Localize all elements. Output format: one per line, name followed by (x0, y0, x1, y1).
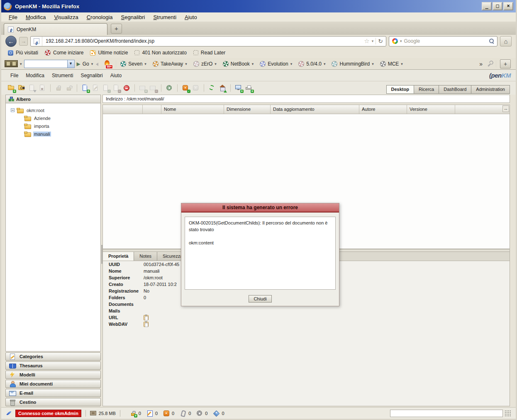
url-bar[interactable]: 192.168.247.16:8080/OpenKM/frontend/inde… (30, 36, 386, 46)
tree-node-manuali[interactable]: manuali (6, 130, 100, 138)
reload-icon[interactable]: ↻ (378, 38, 383, 44)
bookmark-most-visited[interactable]: Più visitati (5, 49, 41, 56)
maximize-button[interactable]: □ (493, 2, 502, 10)
menu-modifica[interactable]: Modifica (22, 13, 50, 21)
tab-desktop[interactable]: Desktop (386, 85, 414, 94)
search-input[interactable]: Google (404, 38, 487, 44)
stack-miei-documenti[interactable]: Miei documenti (5, 380, 101, 388)
okm-menu-segnalibri[interactable]: Segnalibri (80, 73, 102, 78)
go-home-button[interactable] (218, 84, 227, 92)
bookmark-latest-news[interactable]: Ultime notizie (87, 49, 131, 56)
resize-grip[interactable] (505, 410, 511, 416)
ext-item-mce[interactable]: MCE ▾ (378, 61, 405, 67)
browser-tab-openkm[interactable]: OpenKM (4, 23, 107, 35)
new-tab-button[interactable]: + (111, 24, 122, 34)
chevron-down-icon: ▾ (290, 62, 293, 66)
menu-aiuto[interactable]: Aiuto (180, 13, 201, 21)
home-button[interactable]: ⌂ (500, 36, 512, 46)
cancel-checkout-button[interactable] (122, 84, 131, 92)
extension-combobox[interactable]: ▼ (24, 60, 75, 68)
go-dropdown-icon[interactable]: ▾ (91, 62, 93, 66)
menu-visualizza[interactable]: Visualizza (50, 13, 82, 21)
search-engine-dropdown-icon[interactable]: ▾ (400, 39, 402, 43)
tab-administration[interactable]: Administration (471, 85, 510, 94)
ext-item-zero[interactable]: zErO ▾ (191, 61, 219, 67)
copy-webdav-icon[interactable] (144, 322, 149, 327)
flame-badge-button[interactable]: 99+ (104, 60, 111, 68)
overflow-chevron[interactable]: » (479, 61, 483, 67)
column-autore[interactable]: Autore (359, 105, 407, 114)
column-dimensione[interactable]: Dimensione (224, 105, 271, 114)
column-status[interactable] (103, 105, 143, 114)
column-icon[interactable] (143, 105, 161, 114)
okm-menu-modifica[interactable]: Modifica (26, 73, 44, 78)
ext-item-50-40[interactable]: 5.0/4.0 ▾ (296, 61, 327, 67)
wrench-icon[interactable] (486, 61, 492, 67)
mce-icon (380, 61, 386, 67)
search-box[interactable]: ▾ Google (389, 36, 497, 46)
ext-item-netbook[interactable]: NetBook ▾ (221, 61, 256, 67)
search-icon[interactable] (489, 39, 494, 44)
column-versione[interactable]: Versione (407, 105, 455, 114)
menu-file[interactable]: File (5, 13, 22, 21)
download-document-button (28, 84, 36, 92)
menu-segnalibri[interactable]: Segnalibri (117, 13, 149, 21)
stack-modelli[interactable]: Modelli (5, 371, 101, 379)
split-view-button[interactable] (234, 84, 243, 92)
site-favicon (31, 37, 42, 46)
url-text[interactable]: 192.168.247.16:8080/OpenKM/frontend/inde… (42, 38, 361, 44)
go-button[interactable]: Go (83, 61, 89, 67)
tree-node-aziende[interactable]: Aziende (6, 114, 100, 122)
add-document-button[interactable] (81, 84, 89, 92)
go-play-icon[interactable]: ▶ (77, 61, 80, 67)
stack-categories[interactable]: Categories (5, 352, 101, 361)
ext-item-hummingbird[interactable]: HummingBird ▾ (329, 61, 376, 67)
close-button[interactable]: × (503, 2, 513, 10)
okm-menu-strumenti[interactable]: Strumenti (52, 73, 73, 78)
find-folder-button[interactable] (17, 84, 26, 92)
column-resize-button[interactable]: ↔ (502, 105, 509, 112)
tab-dashboard[interactable]: DashBoard (439, 85, 471, 94)
menu-cronologia[interactable]: Cronologia (83, 13, 117, 21)
bookmark-star-icon[interactable]: ☆ (364, 37, 369, 45)
evolution-icon (260, 61, 266, 67)
add-subscription-button[interactable] (181, 84, 190, 92)
okm-menu-aiuto[interactable]: Aiuto (110, 73, 122, 78)
create-folder-button[interactable] (7, 84, 15, 92)
subscription-icon (163, 410, 169, 416)
copy-url-icon[interactable] (144, 315, 149, 320)
star-dropdown-icon[interactable]: ▾ (372, 39, 374, 43)
path-bar: Indirizzo : /okm:root/manuali/ (102, 95, 510, 103)
stack-thesaurus[interactable]: Thesaurus (5, 361, 101, 370)
back-button[interactable]: ← (5, 36, 17, 47)
column-data-aggiornamento[interactable]: Data aggiornamento (271, 105, 359, 114)
tree-node-root[interactable]: okm:root (6, 106, 100, 114)
column-nome[interactable]: Nome (161, 105, 224, 114)
add-toolbar-button[interactable]: + (500, 59, 511, 68)
okm-menu-file[interactable]: File (10, 73, 18, 78)
stack-email[interactable]: E-mail (5, 389, 101, 397)
collapse-icon[interactable] (11, 108, 15, 112)
tab-ricerca[interactable]: Ricerca (414, 85, 439, 94)
bookmark-getting-started[interactable]: Come iniziare (41, 49, 87, 56)
forward-button[interactable]: → (19, 37, 28, 46)
tab-proprieta[interactable]: Proprietà (103, 252, 134, 261)
ext-item-evolution[interactable]: Evolution ▾ (258, 61, 294, 67)
bookmark-read-later[interactable]: Read Later (190, 49, 229, 56)
minimize-button[interactable]: _ (482, 2, 492, 10)
start-workflow-button[interactable] (165, 84, 173, 92)
tab-notes[interactable]: Notes (134, 252, 157, 261)
tree-node-importa[interactable]: importa (6, 122, 100, 130)
print-button[interactable] (245, 84, 253, 92)
refresh-button[interactable] (208, 84, 216, 92)
extension-logo-dropdown-icon[interactable]: ▾ (20, 62, 22, 66)
lock-icon (130, 410, 137, 417)
extension-logo-icon[interactable] (5, 60, 18, 67)
bookmark-401[interactable]: 401 Non autorizzato (131, 49, 190, 56)
combobox-dropdown-icon[interactable]: ▼ (67, 60, 74, 68)
menu-strumenti[interactable]: Strumenti (149, 13, 180, 21)
ext-item-seven[interactable]: Seven ▾ (118, 61, 149, 67)
ext-item-takeaway[interactable]: TakeAway ▾ (151, 61, 189, 67)
close-dialog-button[interactable]: Chiudi (249, 295, 272, 303)
stack-cestino[interactable]: Cestino (5, 398, 101, 406)
